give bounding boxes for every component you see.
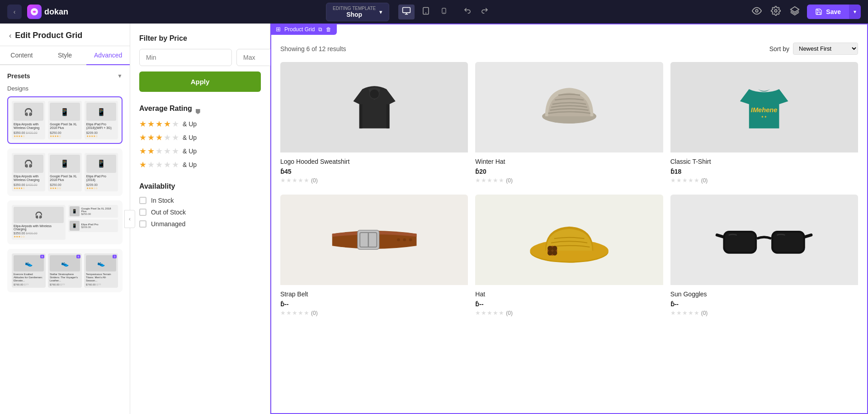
back-button[interactable]: ‹ xyxy=(7,5,22,19)
star: ★ xyxy=(147,160,155,170)
topbar: ‹ dokan EDITING TEMPLATE Shop ▾ xyxy=(0,0,868,24)
star: ★ xyxy=(164,133,171,143)
save-dropdown-button[interactable]: ▾ xyxy=(849,5,861,19)
availability-filter-title: Availablity xyxy=(139,182,261,190)
desktop-device-button[interactable] xyxy=(398,5,415,19)
settings-button[interactable] xyxy=(769,4,783,20)
svg-point-9 xyxy=(775,10,778,12)
redo-button[interactable] xyxy=(477,4,492,19)
sort-by: Sort by Newest First Oldest First Price:… xyxy=(769,43,858,55)
svg-point-28 xyxy=(552,251,557,256)
dropdown-icon: ▾ xyxy=(379,9,382,15)
logo-text: dokan xyxy=(44,7,68,17)
design-preset-1[interactable]: 🎧 Elipa Airpods with Wireless Charging $… xyxy=(7,96,123,144)
sort-select[interactable]: Newest First Oldest First Price: Low to … xyxy=(793,43,858,55)
save-button[interactable]: Save xyxy=(807,5,849,19)
rating-row-4[interactable]: ★ ★ ★ ★ ★ & Up xyxy=(139,119,261,129)
product-price: ɓ20 xyxy=(475,168,663,175)
showing-results: Showing 6 of 12 results xyxy=(280,45,346,52)
filter-sidebar: Filter by Price Apply Average Rating ⛊ ★… xyxy=(130,24,270,414)
product-name: Logo Hooded Sweatshirt xyxy=(280,158,468,165)
product-rating-row: ★ ★ ★ ★ ★ (0) xyxy=(670,177,858,184)
product-stars: ★ ★ ★ ★ ★ xyxy=(475,309,504,316)
design-card-img: 📱 xyxy=(86,103,116,121)
product-grid-wrapper: ⊞ Product Grid ⧉ 🗑 Showing 6 of 12 resul… xyxy=(270,24,868,414)
star: ★ xyxy=(147,119,155,129)
availability-in-stock[interactable]: In Stock xyxy=(139,197,261,204)
panel-collapse-handle[interactable]: ‹ xyxy=(124,210,135,228)
design-preset-2[interactable]: 🎧 Elipa Airpods with Wireless Charging $… xyxy=(7,148,123,196)
product-info-straw-hat: Hat ɓ-- ★ ★ ★ ★ ★ xyxy=(475,285,663,320)
rating-row-1[interactable]: ★ ★ ★ ★ ★ & Up xyxy=(139,160,261,170)
checkbox-out-of-stock[interactable] xyxy=(139,209,146,216)
product-name: Sun Goggles xyxy=(670,290,858,298)
product-info-belt: Strap Belt ɓ-- ★ ★ ★ ★ ★ xyxy=(280,285,468,320)
layers-button[interactable] xyxy=(788,4,802,20)
design-preset-4[interactable]: 6 👟 Everore Exalted Altitudes for Gentle… xyxy=(7,249,123,293)
grid-copy-button[interactable]: ⧉ xyxy=(318,26,322,33)
product-grid-label: Product Grid xyxy=(284,26,315,33)
design-preset-3[interactable]: 🎧 Elipa Airpods with Wireless Charging $… xyxy=(7,200,123,244)
svg-point-26 xyxy=(552,246,557,251)
logo: dokan xyxy=(27,5,68,19)
grid-icon: ⊞ xyxy=(276,26,281,33)
product-stars: ★ ★ ★ ★ ★ xyxy=(475,177,504,184)
availability-out-of-stock[interactable]: Out of Stock xyxy=(139,209,261,216)
panel-back-button[interactable]: ‹ xyxy=(9,32,11,40)
product-rating-row: ★ ★ ★ ★ ★ (0) xyxy=(670,309,858,316)
stars-3: ★ ★ ★ ★ ★ xyxy=(139,133,179,143)
product-name: Strap Belt xyxy=(280,290,468,298)
rating-row-3[interactable]: ★ ★ ★ ★ ★ & Up xyxy=(139,133,261,143)
design-card: 📱 Elipa iPad Pro (2018) $209.00 ★★★☆☆ xyxy=(85,153,118,191)
checkbox-in-stock[interactable] xyxy=(139,197,146,204)
editing-template-button[interactable]: EDITING TEMPLATE Shop ▾ xyxy=(326,3,389,21)
tab-advanced[interactable]: Advanced xyxy=(86,46,130,65)
grid-delete-button[interactable]: 🗑 xyxy=(326,26,331,33)
and-up-label: & Up xyxy=(183,134,197,141)
review-count: (0) xyxy=(506,310,513,316)
rating-row-2[interactable]: ★ ★ ★ ★ ★ & Up xyxy=(139,146,261,156)
mobile-device-button[interactable] xyxy=(437,5,451,19)
undo-button[interactable] xyxy=(460,4,475,19)
product-name: Hat xyxy=(475,290,663,298)
sort-by-label: Sort by xyxy=(769,45,789,52)
presets-arrow[interactable]: ▼ xyxy=(117,73,123,79)
svg-rect-1 xyxy=(403,7,410,13)
star: ★ xyxy=(164,160,171,170)
checkbox-unmanaged[interactable] xyxy=(139,220,146,228)
preview-button[interactable] xyxy=(750,4,764,20)
star: ★ xyxy=(164,146,171,156)
tablet-device-button[interactable] xyxy=(418,5,434,19)
product-image-hoodie xyxy=(280,62,468,152)
main-content: Filter by Price Apply Average Rating ⛊ ★… xyxy=(130,24,868,414)
rating-filter: ★ ★ ★ ★ ★ & Up ★ ★ ★ ★ ★ xyxy=(139,119,261,170)
availability-unmanaged[interactable]: Unmanaged xyxy=(139,220,261,228)
star: ★ xyxy=(147,133,155,143)
tab-style[interactable]: Style xyxy=(43,46,87,64)
product-card-straw-hat: Hat ɓ-- ★ ★ ★ ★ ★ xyxy=(475,195,663,320)
product-info-hoodie: Logo Hooded Sweatshirt ɓ45 ★ ★ ★ ★ ★ xyxy=(280,152,468,187)
svg-point-19 xyxy=(403,238,406,242)
design-card-img: 📱 xyxy=(86,155,116,173)
price-inputs xyxy=(139,49,261,66)
star: ★ xyxy=(172,146,179,156)
product-card-belt: Strap Belt ɓ-- ★ ★ ★ ★ ★ xyxy=(280,195,468,320)
price-filter-title: Filter by Price xyxy=(139,34,261,43)
product-image-winter-hat xyxy=(475,62,663,152)
product-image-tshirt: IMehene ✦✦ xyxy=(670,62,858,152)
review-count: (0) xyxy=(506,177,513,184)
star: ★ xyxy=(156,160,163,170)
tab-content[interactable]: Content xyxy=(0,46,43,64)
stars-2: ★ ★ ★ ★ ★ xyxy=(139,146,179,156)
apply-button[interactable]: Apply xyxy=(139,71,261,92)
svg-text:IMehene: IMehene xyxy=(751,106,778,114)
price-min-input[interactable] xyxy=(139,49,232,66)
design-card-img: 📱 xyxy=(50,155,80,173)
product-area: ⊞ Product Grid ⧉ 🗑 Showing 6 of 12 resul… xyxy=(270,24,868,414)
svg-point-11 xyxy=(369,89,379,99)
design-card: 📱 Elipa iPad Pro (2018)(WiFi + 3G) $209.… xyxy=(85,101,118,139)
product-rating-row: ★ ★ ★ ★ ★ (0) xyxy=(475,309,663,316)
design-card-img: 🎧 xyxy=(14,103,43,121)
svg-point-18 xyxy=(397,238,400,242)
product-grid-toolbar: ⊞ Product Grid ⧉ 🗑 xyxy=(270,24,337,35)
